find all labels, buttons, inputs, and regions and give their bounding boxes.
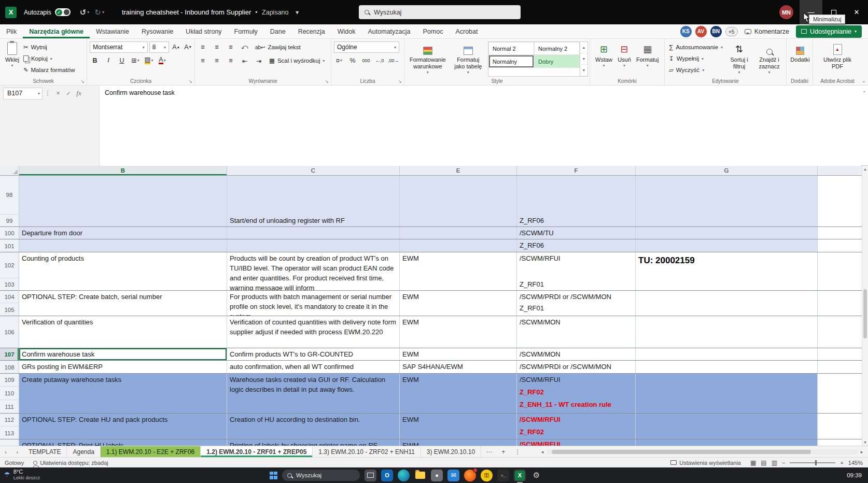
cell-F106[interactable]: /SCWM/MON bbox=[517, 316, 636, 348]
row-header-98[interactable]: 98 bbox=[0, 176, 19, 215]
format-painter-button[interactable]: ✎Malarz formatów bbox=[22, 64, 77, 76]
save-status[interactable]: • Zapisano ▾ bbox=[255, 8, 299, 16]
cell-H101[interactable] bbox=[818, 239, 862, 252]
cell-H102[interactable] bbox=[818, 252, 862, 290]
outlook-app-icon[interactable]: O bbox=[381, 470, 393, 481]
cell-H104[interactable] bbox=[818, 291, 862, 316]
column-header-F[interactable]: F bbox=[517, 166, 636, 175]
row-header-105[interactable]: 105 bbox=[0, 303, 19, 316]
column-header-G[interactable]: G bbox=[636, 166, 818, 175]
cell-H108[interactable] bbox=[818, 361, 862, 373]
style-dobry[interactable]: Dobry bbox=[534, 55, 580, 68]
edge-app-icon[interactable] bbox=[398, 470, 410, 481]
fill-button[interactable]: ↧Wypełnij▾ bbox=[667, 53, 724, 64]
orientation-icon[interactable]: ⤺ bbox=[240, 42, 250, 53]
row-header-107[interactable]: 107 bbox=[0, 348, 19, 361]
conditional-formatting-button[interactable]: Formatowanie warunkowe▾ bbox=[407, 41, 449, 77]
cell-G109[interactable] bbox=[636, 374, 818, 413]
share-button[interactable]: Udostępnianie▾ bbox=[796, 25, 862, 38]
font-family-select[interactable]: Montserrat▾ bbox=[90, 41, 148, 53]
sheet-tabs-overflow-icon[interactable]: ⋯ bbox=[481, 446, 497, 457]
cell-E107[interactable]: EWM bbox=[400, 348, 517, 360]
vertical-scroll-thumb[interactable] bbox=[863, 289, 867, 338]
formula-input[interactable]: Confirm warehouse task bbox=[100, 86, 861, 166]
mail-app-icon[interactable]: ✉ bbox=[447, 470, 459, 481]
terminal-app-icon[interactable]: >_ bbox=[497, 470, 509, 481]
clear-button[interactable]: ▱Wyczyść▾ bbox=[667, 64, 724, 76]
column-header-H[interactable] bbox=[818, 166, 862, 175]
column-header-C[interactable]: C bbox=[227, 166, 400, 175]
cell-F112[interactable]: /SCWM/RFUI Z_RF02 bbox=[517, 414, 636, 439]
cell-H112[interactable] bbox=[818, 414, 862, 439]
tab-acrobat[interactable]: Acrobat bbox=[449, 24, 484, 38]
cell-F101[interactable]: Z_RF06 bbox=[517, 239, 636, 252]
comma-format-icon[interactable]: 000 bbox=[361, 55, 371, 66]
redo-icon[interactable]: ↻ bbox=[94, 8, 101, 17]
cell-G104[interactable] bbox=[636, 291, 818, 316]
paste-button[interactable]: Wklej▾ bbox=[3, 41, 22, 77]
presence-avatar[interactable]: AV bbox=[695, 26, 707, 37]
merge-center-button[interactable]: ▦Scal i wyśrodkuj▾ bbox=[268, 55, 326, 66]
cell-C106[interactable]: Verification of counted quantities with … bbox=[227, 316, 400, 348]
taskbar-search[interactable]: Wyszukaj bbox=[282, 470, 360, 481]
tab-rysowanie[interactable]: Rysowanie bbox=[135, 24, 179, 38]
decrease-decimal-icon[interactable]: ,00→ bbox=[388, 55, 399, 66]
cell-C107[interactable]: Confirm products WT's to GR-COUNTED bbox=[227, 348, 400, 360]
browser-app-icon[interactable] bbox=[464, 470, 476, 481]
gallery-more-icon[interactable]: ▼ bbox=[580, 65, 587, 76]
name-box[interactable]: B107▾ bbox=[3, 88, 43, 100]
accessibility-checker[interactable]: Ułatwienia dostępu: zbadaj bbox=[29, 460, 113, 466]
zoom-level[interactable]: 145% bbox=[848, 460, 863, 466]
find-select-button[interactable]: Znajdź i zaznacz▾ bbox=[754, 41, 785, 77]
cell-E101[interactable] bbox=[400, 239, 517, 252]
cell-B104[interactable]: OPTIONAL STEP: Create batch, serial numb… bbox=[19, 291, 227, 316]
format-cells-button[interactable]: ▦ Formatuj▾ bbox=[634, 41, 661, 77]
cell-F108[interactable]: /SCWM/PRDI or /SCWM/MON bbox=[517, 361, 636, 373]
row-header-101[interactable]: 101 bbox=[0, 239, 19, 252]
add-sheet-icon[interactable]: + bbox=[497, 446, 510, 457]
cell-H106[interactable] bbox=[818, 316, 862, 348]
alignment-dialog-launcher-icon[interactable]: ↘ bbox=[325, 79, 329, 84]
cell-B106[interactable]: Verification of quantities bbox=[19, 316, 227, 348]
lock-app-icon[interactable]: ● bbox=[431, 470, 443, 481]
close-button[interactable]: ✕ bbox=[845, 0, 868, 24]
sheet-tab-template[interactable]: TEMPLATE bbox=[23, 446, 67, 457]
cell-H100[interactable] bbox=[818, 227, 862, 239]
active-cell-B107[interactable]: Confirm warehouse task bbox=[19, 348, 227, 360]
tab-uklad-strony[interactable]: Układ strony bbox=[179, 24, 228, 38]
increase-decimal-icon[interactable]: ←,0 bbox=[374, 55, 385, 66]
horizontal-scroll-thumb[interactable] bbox=[552, 450, 811, 454]
cell-H107[interactable] bbox=[818, 348, 862, 360]
cell-C104[interactable]: For products with batch management or se… bbox=[227, 291, 400, 316]
align-top-icon[interactable]: ≡ bbox=[198, 42, 208, 53]
cell-G106[interactable] bbox=[636, 316, 818, 348]
redo-dropdown-icon[interactable]: ▾ bbox=[102, 10, 104, 15]
fill-color-button[interactable]: ▨▾ bbox=[144, 55, 154, 66]
tab-formuly[interactable]: Formuły bbox=[228, 24, 264, 38]
weather-widget[interactable]: ☂ 8°C Lekki deszcz bbox=[4, 468, 40, 480]
borders-button[interactable]: ⊞▾ bbox=[130, 55, 141, 66]
cell-H98[interactable] bbox=[818, 176, 862, 226]
style-normal2[interactable]: Normal 2 bbox=[488, 42, 534, 55]
align-middle-icon[interactable]: ≡ bbox=[212, 42, 222, 53]
cell-G114[interactable] bbox=[636, 439, 818, 446]
cell-G100[interactable] bbox=[636, 227, 818, 239]
horizontal-scrollbar[interactable]: ◂ ▸ bbox=[538, 446, 868, 457]
cell-B114[interactable]: OPTIONAL STEP: Print HU labels bbox=[19, 439, 227, 446]
settings-gear-icon[interactable]: ⚙ bbox=[530, 470, 542, 481]
cell-C99[interactable]: Start/end of unloading register with RF bbox=[227, 176, 400, 226]
copy-button[interactable]: Kopiuj▾ bbox=[22, 53, 77, 64]
increase-font-icon[interactable]: A▴ bbox=[171, 41, 181, 52]
column-header-E[interactable]: E bbox=[400, 166, 517, 175]
cell-G102[interactable]: TU: 20002159 bbox=[636, 252, 818, 290]
cell-B108[interactable]: GRs posting in EWM&ERP bbox=[19, 361, 227, 373]
sheet-tab-1-2-active[interactable]: 1.2) EWM.20.10 - ZRF01 + ZREP05 bbox=[201, 446, 313, 457]
addins-button[interactable]: Dodatki bbox=[789, 41, 811, 64]
font-size-select[interactable]: 8▾ bbox=[149, 41, 169, 53]
row-header-111[interactable]: 111 bbox=[0, 400, 19, 414]
excel-app-icon[interactable]: X bbox=[514, 470, 526, 481]
style-normalny2[interactable]: Normalny 2 bbox=[534, 42, 580, 55]
sheet-tab-agenda[interactable]: Agenda bbox=[67, 446, 100, 457]
cell-E102[interactable]: EWM bbox=[400, 252, 517, 290]
create-pdf-button[interactable]: ▲ Utwórz plik PDF bbox=[816, 41, 859, 70]
